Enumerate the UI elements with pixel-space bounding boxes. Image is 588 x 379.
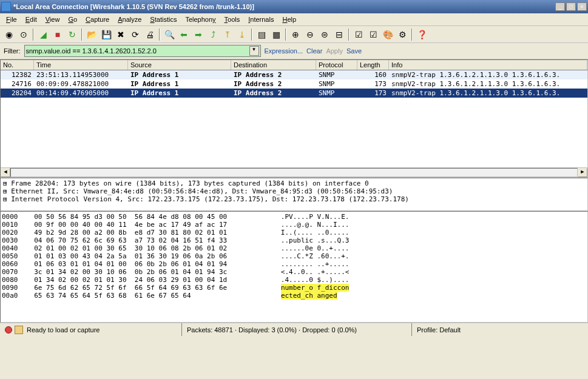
goto-icon[interactable]: ⤴ <box>206 28 220 41</box>
packet-list-pane: No. Time Source Destination Protocol Len… <box>0 59 588 178</box>
col-info[interactable]: Info <box>389 60 587 70</box>
colorize-icon[interactable]: ▤ <box>255 28 268 41</box>
save-icon[interactable]: 💾 <box>100 28 113 41</box>
restart-capture-icon[interactable]: ↻ <box>66 28 79 41</box>
menu-analyze[interactable]: Analyze <box>114 15 145 24</box>
hex-line[interactable]: 0030 04 06 70 75 62 6c 69 63 a7 73 02 04… <box>2 236 586 244</box>
last-icon[interactable]: ⤓ <box>235 28 249 41</box>
statusbar: Ready to load or capture Packets: 48871 … <box>0 323 588 336</box>
zoom-in-icon[interactable]: ⊕ <box>289 28 302 41</box>
help-icon[interactable]: ❓ <box>415 28 428 41</box>
open-icon[interactable]: 📂 <box>85 28 98 41</box>
reload-icon[interactable]: ⟳ <box>129 28 142 41</box>
interfaces-icon[interactable]: ◉ <box>2 28 16 41</box>
packet-details-pane[interactable]: ⊞ Frame 28204: 173 bytes on wire (1384 b… <box>0 178 588 211</box>
start-capture-icon[interactable]: ◢ <box>36 28 50 41</box>
hex-line[interactable]: 0020 49 b2 9d 28 00 a2 00 8b e8 d7 30 81… <box>2 229 586 236</box>
menu-capture[interactable]: Capture <box>82 15 113 24</box>
minimize-button[interactable]: _ <box>555 2 565 11</box>
detail-line[interactable]: ⊞ Ethernet II, Src: Vmware_84:4e:d8 (00:… <box>3 187 585 195</box>
expert-info-icon[interactable] <box>15 326 23 334</box>
scroll-left-icon[interactable]: ◄ <box>1 168 10 177</box>
filter-input-wrapper: ▼ <box>24 45 261 57</box>
menu-file[interactable]: File <box>2 15 21 24</box>
colorrules-icon[interactable]: 🎨 <box>381 28 394 41</box>
menu-telephony[interactable]: Telephony <box>181 15 219 24</box>
resize-cols-icon[interactable]: ⊟ <box>333 28 346 41</box>
hex-line[interactable]: 0050 01 01 03 00 43 04 2a 5a 01 36 30 19… <box>2 252 586 260</box>
menu-internals[interactable]: Internals <box>245 15 277 24</box>
save-button[interactable]: Save <box>346 47 362 55</box>
status-packets: Packets: 48871 · Displayed: 3 (0.0%) · D… <box>182 323 412 336</box>
first-icon[interactable]: ⤒ <box>221 28 234 41</box>
table-row[interactable]: 2471600:09:09.478821000IP Address 1IP Ad… <box>1 79 587 89</box>
toolbar: ◉ ⊙ ◢ ■ ↻ 📂 💾 ✖ ⟳ 🖨 🔍 ⬅ ➡ ⤴ ⤒ ⤓ ▤ ▦ ⊕ ⊖ … <box>0 26 588 43</box>
menu-go[interactable]: Go <box>64 15 81 24</box>
hex-line[interactable]: 0040 02 01 00 02 01 00 30 65 30 10 06 08… <box>2 244 586 252</box>
hex-line[interactable]: 0060 01 06 03 01 01 04 01 00 06 0b 2b 06… <box>2 260 586 268</box>
forward-icon[interactable]: ➡ <box>192 28 205 41</box>
filter-input[interactable] <box>26 47 249 55</box>
expression-button[interactable]: Expression... <box>265 47 303 55</box>
autoscroll-icon[interactable]: ▦ <box>269 28 283 41</box>
status-profile[interactable]: Profile: Default <box>412 323 588 336</box>
table-row[interactable]: 1238223:51:13.114953000IP Address 1IP Ad… <box>1 70 587 79</box>
find-icon[interactable]: 🔍 <box>163 28 176 41</box>
menu-view[interactable]: View <box>42 15 64 24</box>
col-no[interactable]: No. <box>1 60 34 70</box>
col-time[interactable]: Time <box>34 60 128 70</box>
filter-label: Filter: <box>4 47 21 55</box>
status-packets-text: Packets: 48871 · Displayed: 3 (0.0%) · D… <box>187 326 357 334</box>
filter-bar: Filter: ▼ Expression... Clear Apply Save <box>0 43 588 59</box>
display-filters-icon[interactable]: ☑ <box>367 28 380 41</box>
stop-capture-icon[interactable]: ■ <box>51 28 64 41</box>
zoom-out-icon[interactable]: ⊖ <box>303 28 317 41</box>
print-icon[interactable]: 🖨 <box>143 28 157 41</box>
packet-list-body[interactable]: 1238223:51:13.114953000IP Address 1IP Ad… <box>1 70 587 167</box>
capture-filters-icon[interactable]: ☑ <box>352 28 365 41</box>
clear-button[interactable]: Clear <box>306 47 322 55</box>
close-button[interactable]: × <box>577 2 587 11</box>
menu-help[interactable]: Help <box>279 15 300 24</box>
scroll-right-icon[interactable]: ► <box>578 168 587 177</box>
hex-line[interactable]: 0010 00 9f 00 00 40 00 40 11 4e be ac 17… <box>2 221 586 229</box>
menu-statistics[interactable]: Statistics <box>146 15 180 24</box>
table-row[interactable]: 2820400:14:09.476905000IP Address 1IP Ad… <box>1 89 587 98</box>
maximize-button[interactable]: □ <box>566 2 576 11</box>
window-title: *Local Area Connection [Wireshark 1.10.5… <box>13 3 555 10</box>
close-file-icon[interactable]: ✖ <box>114 28 127 41</box>
col-destination[interactable]: Destination <box>231 60 316 70</box>
detail-line[interactable]: ⊞ Frame 28204: 173 bytes on wire (1384 b… <box>3 179 585 187</box>
hex-line[interactable]: 00a0 65 63 74 65 64 5f 63 68 61 6e 67 65… <box>2 292 586 300</box>
menubar: File Edit View Go Capture Analyze Statis… <box>0 13 588 26</box>
options-icon[interactable]: ⊙ <box>17 28 30 41</box>
hex-line[interactable]: 0070 3c 01 34 02 00 30 10 06 0b 2b 06 01… <box>2 268 586 276</box>
packet-bytes-pane[interactable]: 0000 00 50 56 84 95 d3 00 50 56 84 4e d8… <box>0 211 588 323</box>
hex-line[interactable]: 0080 01 34 02 00 02 01 01 30 24 06 03 29… <box>2 276 586 284</box>
window-controls: _ □ × <box>555 2 587 11</box>
col-length[interactable]: Length <box>357 60 389 70</box>
wireshark-icon <box>1 2 11 12</box>
apply-button[interactable]: Apply <box>326 47 343 55</box>
status-profile-text: Profile: Default <box>417 326 461 334</box>
scroll-track[interactable] <box>10 168 578 177</box>
hex-line[interactable]: 0000 00 50 56 84 95 d3 00 50 56 84 4e d8… <box>2 213 586 221</box>
menu-tools[interactable]: Tools <box>221 15 244 24</box>
menu-edit[interactable]: Edit <box>22 15 41 24</box>
packet-list-header: No. Time Source Destination Protocol Len… <box>1 60 587 70</box>
back-icon[interactable]: ⬅ <box>177 28 191 41</box>
col-source[interactable]: Source <box>128 60 231 70</box>
capture-led-icon <box>5 326 12 334</box>
hex-line[interactable]: 0090 6e 75 6d 62 65 72 5f 6f 66 5f 64 69… <box>2 284 586 292</box>
col-protocol[interactable]: Protocol <box>316 60 357 70</box>
detail-line[interactable]: ⊞ Internet Protocol Version 4, Src: 172.… <box>3 195 585 203</box>
zoom-reset-icon[interactable]: ⊜ <box>318 28 331 41</box>
status-ready: Ready to load or capture <box>0 323 182 336</box>
packet-list-scrollbar[interactable]: ◄ ► <box>1 167 587 177</box>
filter-dropdown-icon[interactable]: ▼ <box>249 46 259 56</box>
titlebar: *Local Area Connection [Wireshark 1.10.5… <box>0 0 588 13</box>
status-ready-text: Ready to load or capture <box>27 326 100 334</box>
prefs-icon[interactable]: ⚙ <box>396 28 409 41</box>
